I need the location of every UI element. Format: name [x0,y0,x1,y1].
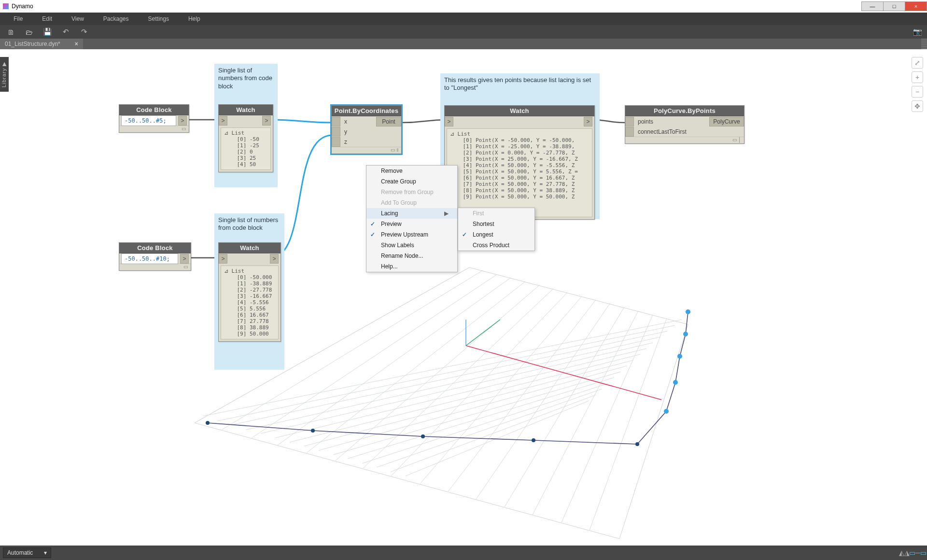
svg-line-26 [476,304,610,499]
camera-icon[interactable]: 📷 [911,27,924,37]
library-panel-tab[interactable]: Library ▶ [0,57,9,92]
output-port[interactable]: Point [376,117,401,126]
lacing-shortest[interactable]: Shortest [458,219,534,229]
svg-line-19 [278,278,511,445]
output-port[interactable]: > [180,254,189,264]
fit-view-icon[interactable]: ⤢ [912,57,923,69]
window-titlebar: Dynamo — □ × [0,0,927,13]
group-title: Single list of numbers from code block [218,216,281,232]
menu-packages[interactable]: Packages [94,13,139,25]
window-minimize-button[interactable]: — [861,1,884,11]
tab-grip-icon [921,39,927,49]
menu-edit[interactable]: Edit [32,13,62,25]
ctx-rename-node[interactable]: Rename Node... [366,251,457,261]
port-label: connectLastToFirst [636,128,687,135]
node-codeblock-1[interactable]: Code Block -50..50..#5; > ▭ [119,104,189,133]
run-mode-label: Automatic [7,549,33,556]
ctx-remove[interactable]: Remove [366,166,457,176]
svg-point-43 [686,309,690,314]
svg-line-11 [348,378,614,459]
document-tab-close-icon[interactable]: × [75,41,78,47]
menu-help[interactable]: Help [179,13,210,25]
port-label: x [342,118,347,125]
run-mode-dropdown[interactable]: Automatic ▾ [3,547,51,558]
ctx-help[interactable]: Help... [366,261,457,272]
check-icon: ✓ [370,221,375,227]
node-title: Watch [445,106,594,116]
node-codeblock-2[interactable]: Code Block -50..50..#10; > ▭ [119,242,191,271]
node-title: PolyCurve.ByPoints [625,106,744,116]
menu-view[interactable]: View [62,13,94,25]
output-port[interactable]: PolyCurve [709,117,744,126]
window-close-button[interactable]: × [905,1,927,11]
svg-line-21 [336,285,540,461]
input-port-z[interactable] [332,137,340,147]
node-polycurve-bypoints[interactable]: PolyCurve.ByPoints points PolyCurve conn… [625,105,744,144]
open-file-icon[interactable]: 🗁 [22,27,36,37]
node-footer: ▭ [119,126,189,132]
node-footer: ▭ ⫴ [332,147,401,154]
new-file-icon[interactable]: 🗎 [4,27,17,37]
node-watch-2[interactable]: Watch > > ⊿ List [0] -50.000 [1] -38.889… [218,242,281,342]
watch-output: ⊿ List [0] Point(X = -50.000, Y = -50.00… [447,128,592,217]
input-port[interactable]: > [219,116,227,126]
output-port[interactable]: > [270,254,279,264]
code-input[interactable]: -50..50..#5; [121,115,176,126]
output-port[interactable]: > [262,116,271,126]
svg-line-29 [562,315,653,522]
svg-line-8 [304,360,633,446]
node-watch-1[interactable]: Watch > > ⊿ List [0] -50 [1] -25 [2] 0 [… [218,104,273,172]
svg-line-9 [319,366,627,450]
output-port[interactable]: > [584,117,592,126]
input-port[interactable]: > [445,117,453,126]
redo-icon[interactable]: ↷ [77,27,91,37]
ctx-preview[interactable]: ✓Preview [366,219,457,229]
svg-line-25 [448,300,596,491]
geometry-preview-icon[interactable]: ◭◮ [899,548,910,557]
pan-icon[interactable]: ✥ [912,100,923,112]
svg-point-37 [532,438,535,442]
svg-point-35 [311,429,315,433]
zoom-in-icon[interactable]: + [912,71,923,83]
svg-point-39 [664,409,669,414]
menu-file[interactable]: File [4,13,32,25]
ctx-create-group[interactable]: Create Group [366,176,457,187]
graph-view-icon[interactable]: ▭─▭ [913,548,923,557]
save-icon[interactable]: 💾 [41,27,54,37]
output-port[interactable]: > [178,116,187,126]
ctx-show-labels[interactable]: Show Labels [366,240,457,251]
port-label: points [636,118,653,125]
window-maximize-button[interactable]: □ [883,1,905,11]
svg-line-31 [466,346,661,400]
lacing-longest[interactable]: ✓Longest [458,229,534,240]
code-input[interactable]: -50..50..#10; [121,253,178,264]
node-title: Watch [219,243,281,253]
zoom-out-icon[interactable]: − [912,86,923,98]
lacing-submenu[interactable]: First Shortest ✓Longest Cross Product [458,208,535,251]
ctx-preview-upstream[interactable]: ✓Preview Upstream [366,229,457,240]
svg-point-38 [635,442,639,446]
node-footer: ▭ [119,264,191,270]
graph-canvas[interactable]: Single list of numbers from code block S… [0,49,927,546]
input-port-y[interactable] [332,127,340,137]
node-watch-3[interactable]: Watch > > ⊿ List [0] Point(X = -50.000, … [444,105,595,220]
lacing-cross-product[interactable]: Cross Product [458,240,534,251]
statusbar: Automatic ▾ ◭◮ ▭─▭ [0,546,927,560]
check-icon: ✓ [370,231,375,238]
lacing-first: First [458,208,534,219]
window-controls: — □ × [862,1,927,11]
menubar: File Edit View Packages Settings Help [0,13,927,25]
ctx-lacing[interactable]: Lacing▶ [366,208,457,219]
node-title: Code Block [119,105,189,115]
node-point-bycoordinates[interactable]: Point.ByCoordinates x Point y z ▭ ⫴ [331,105,402,154]
document-tab[interactable]: 01_ListStructure.dyn* × [0,39,83,49]
context-menu[interactable]: Remove Create Group Remove from Group Ad… [366,165,458,272]
tab-row: 01_ListStructure.dyn* × [0,39,927,49]
menu-settings[interactable]: Settings [139,13,179,25]
undo-icon[interactable]: ↶ [59,27,72,37]
app-title: Dynamo [12,3,33,10]
input-port-x[interactable] [332,117,340,126]
input-port[interactable]: > [219,254,227,264]
input-port-connectlast[interactable] [625,127,634,137]
input-port-points[interactable] [625,117,634,126]
